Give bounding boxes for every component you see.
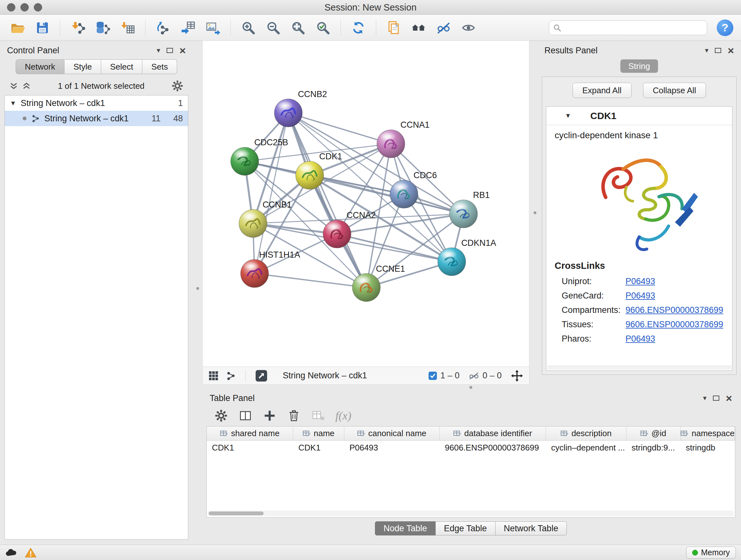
selected-checkbox-icon[interactable] (428, 371, 437, 380)
crosslink-link[interactable]: P06493 (625, 276, 655, 287)
open-in-new-icon[interactable] (255, 370, 267, 382)
column-header-name[interactable]: name (293, 427, 344, 440)
add-column-icon[interactable] (263, 409, 277, 423)
collapse-all-button[interactable]: Collapse All (643, 83, 706, 98)
scrollbar-thumb[interactable] (209, 511, 264, 515)
export-image-button[interactable] (203, 18, 223, 38)
crosslink-link[interactable]: P06493 (625, 291, 655, 301)
network-edge[interactable] (288, 113, 391, 144)
delete-column-icon[interactable] (287, 409, 301, 423)
network-node-ccnb2[interactable] (274, 99, 302, 127)
protein-card-expander-icon[interactable]: ▼ (565, 112, 571, 119)
help-button[interactable]: ? (717, 19, 733, 36)
import-network-from-file-button[interactable] (68, 18, 88, 38)
panel-close-icon[interactable]: × (726, 393, 732, 403)
network-node-cdk1[interactable] (295, 161, 324, 189)
panel-float-icon[interactable] (713, 395, 719, 401)
refresh-button[interactable] (348, 18, 368, 38)
open-session-button[interactable] (8, 18, 27, 38)
table-row[interactable]: CDK1 CDK1 P06493 9606.ENSP00000378699 cy… (207, 441, 735, 455)
tab-edge-table[interactable]: Edge Table (435, 521, 495, 536)
window-close-button[interactable] (7, 3, 15, 11)
tab-node-table[interactable]: Node Table (375, 521, 435, 536)
table-panel-title: Table Panel (210, 393, 255, 403)
function-builder-icon[interactable]: f(x) (335, 409, 351, 422)
crosslink-link[interactable]: P06493 (625, 334, 655, 344)
panel-close-icon[interactable]: × (728, 45, 734, 56)
expand-all-button[interactable]: Expand All (572, 83, 631, 98)
tab-select[interactable]: Select (101, 59, 142, 74)
column-header-id[interactable]: @id (626, 427, 681, 440)
tab-style[interactable]: Style (64, 59, 101, 74)
panel-menu-caret-icon[interactable]: ▾ (157, 46, 160, 55)
panel-close-icon[interactable]: × (179, 45, 186, 56)
gear-icon[interactable] (214, 409, 228, 423)
delete-table-icon-disabled[interactable] (311, 409, 325, 423)
eye-button[interactable] (459, 18, 478, 38)
network-collection-row[interactable]: ▼ String Network – cdk1 1 (5, 96, 188, 111)
panel-float-icon[interactable] (715, 48, 721, 53)
crosslink-link[interactable]: 9606.ENSP00000378699 (625, 320, 723, 329)
column-header-database-identifier[interactable]: database identifier (440, 427, 546, 440)
network-node-cdc25b[interactable] (231, 147, 259, 175)
column-header-description[interactable]: description (546, 427, 626, 440)
network-canvas[interactable]: CCNB2CCNA1CDC25BCDK1CDC6RB1CCNB1CCNA2CDK… (203, 41, 529, 367)
column-header-canonical-name[interactable]: canonical name (344, 427, 440, 440)
network-row[interactable]: String Network – cdk1 11 48 (5, 111, 188, 126)
network-node-cdc6[interactable] (390, 180, 418, 208)
network-node-hist1h1a[interactable] (241, 260, 269, 288)
network-node-cdkn1a[interactable] (438, 248, 466, 276)
share-icon[interactable] (226, 371, 236, 381)
network-node-ccna2[interactable] (323, 220, 351, 248)
string-tab-badge[interactable]: String (620, 59, 658, 73)
window-zoom-button[interactable] (34, 3, 42, 11)
zoom-out-button[interactable] (263, 18, 283, 38)
gear-icon[interactable] (171, 79, 184, 92)
import-table-button[interactable] (118, 18, 138, 38)
column-label: name (314, 428, 334, 438)
expand-all-icon[interactable] (22, 81, 31, 91)
pan-crosshair-icon[interactable] (511, 369, 523, 382)
import-network-from-database-button[interactable] (93, 18, 113, 38)
document-copy-button[interactable] (384, 18, 404, 38)
vertical-splitter-right[interactable] (534, 211, 536, 214)
panel-float-icon[interactable] (166, 48, 173, 53)
save-session-button[interactable] (32, 18, 52, 38)
glasses-off-button[interactable] (434, 18, 454, 38)
crosslink-link[interactable]: 9606.ENSP00000378699 (625, 305, 723, 315)
collapse-all-icon[interactable] (9, 81, 18, 91)
tab-sets[interactable]: Sets (142, 59, 177, 74)
tab-network[interactable]: Network (16, 59, 64, 74)
tab-network-table[interactable]: Network Table (495, 521, 567, 536)
zoom-fit-button[interactable] (288, 18, 308, 38)
cloud-icon[interactable] (5, 548, 18, 558)
new-network-button[interactable] (153, 18, 173, 38)
search-input[interactable] (564, 23, 703, 33)
network-edge[interactable] (255, 273, 366, 288)
horizontal-splitter[interactable] (469, 386, 472, 389)
network-from-table-button[interactable] (178, 18, 198, 38)
network-edge[interactable] (288, 113, 366, 288)
window-minimize-button[interactable] (20, 3, 29, 11)
network-node-ccnb1[interactable] (239, 209, 267, 238)
show-columns-icon[interactable] (239, 409, 253, 423)
column-header-namespace[interactable]: namespace (681, 427, 735, 440)
table-horizontal-scrollbar[interactable] (208, 510, 734, 516)
column-header-shared-name[interactable]: shared name (207, 427, 293, 440)
hidden-glasses-icon[interactable] (468, 372, 479, 380)
collection-expander-icon[interactable]: ▼ (10, 100, 16, 107)
grid-icon[interactable] (208, 371, 219, 381)
network-node-ccna1[interactable] (377, 130, 405, 158)
memory-button[interactable]: Memory (686, 547, 736, 559)
zoom-selected-button[interactable] (313, 18, 333, 38)
zoom-in-button[interactable] (239, 18, 258, 38)
panel-menu-caret-icon[interactable]: ▾ (703, 394, 706, 402)
results-scrollbar[interactable] (547, 366, 731, 369)
warning-icon[interactable] (25, 548, 37, 558)
network-edge[interactable] (255, 113, 288, 273)
home-button[interactable] (409, 18, 428, 38)
panel-menu-caret-icon[interactable]: ▾ (705, 46, 709, 55)
network-node-rb1[interactable] (449, 200, 477, 228)
vertical-splitter-left[interactable] (196, 287, 199, 290)
network-node-ccne1[interactable] (352, 273, 381, 302)
